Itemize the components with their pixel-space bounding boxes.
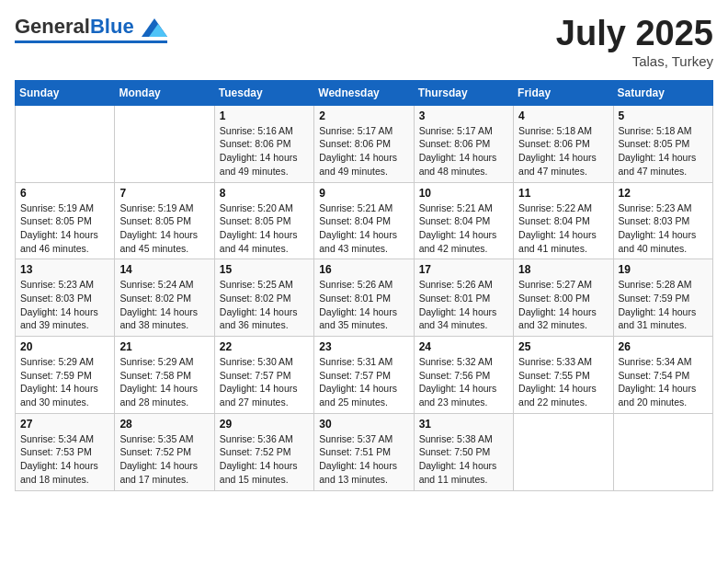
page-header: GeneralBlue July 2025 Talas, Turkey: [15, 15, 713, 69]
calendar-cell: 15Sunrise: 5:25 AM Sunset: 8:02 PM Dayli…: [214, 259, 313, 337]
logo-general: General: [15, 15, 90, 38]
day-info: Sunrise: 5:33 AM Sunset: 7:55 PM Dayligh…: [518, 355, 608, 409]
day-number: 6: [20, 187, 109, 200]
header-row: Sunday Monday Tuesday Wednesday Thursday…: [16, 80, 713, 105]
day-info: Sunrise: 5:23 AM Sunset: 8:03 PM Dayligh…: [20, 278, 109, 332]
calendar-cell: 6Sunrise: 5:19 AM Sunset: 8:05 PM Daylig…: [16, 182, 115, 259]
col-friday: Friday: [514, 80, 613, 105]
col-sunday: Sunday: [16, 80, 115, 105]
calendar-cell: 12Sunrise: 5:23 AM Sunset: 8:03 PM Dayli…: [613, 182, 712, 259]
day-number: 16: [319, 263, 408, 276]
day-info: Sunrise: 5:26 AM Sunset: 8:01 PM Dayligh…: [319, 278, 408, 332]
day-info: Sunrise: 5:30 AM Sunset: 7:57 PM Dayligh…: [220, 355, 309, 409]
day-number: 23: [319, 340, 408, 353]
calendar-cell: [514, 413, 613, 490]
logo-text: GeneralBlue: [15, 15, 167, 39]
day-info: Sunrise: 5:18 AM Sunset: 8:06 PM Dayligh…: [518, 124, 608, 178]
day-info: Sunrise: 5:29 AM Sunset: 7:59 PM Dayligh…: [20, 355, 109, 409]
day-number: 20: [20, 340, 109, 353]
calendar-cell: 25Sunrise: 5:33 AM Sunset: 7:55 PM Dayli…: [514, 337, 613, 414]
day-number: 29: [220, 418, 309, 431]
day-info: Sunrise: 5:16 AM Sunset: 8:06 PM Dayligh…: [220, 124, 309, 178]
calendar-week-4: 20Sunrise: 5:29 AM Sunset: 7:59 PM Dayli…: [16, 337, 713, 414]
day-info: Sunrise: 5:24 AM Sunset: 8:02 PM Dayligh…: [119, 278, 209, 332]
day-number: 2: [319, 109, 408, 122]
day-info: Sunrise: 5:17 AM Sunset: 8:06 PM Dayligh…: [319, 124, 408, 178]
day-number: 9: [319, 187, 408, 200]
day-info: Sunrise: 5:31 AM Sunset: 7:57 PM Dayligh…: [319, 355, 408, 409]
day-number: 19: [619, 263, 708, 276]
day-number: 31: [419, 418, 508, 431]
calendar-cell: 3Sunrise: 5:17 AM Sunset: 8:06 PM Daylig…: [414, 105, 513, 182]
day-info: Sunrise: 5:35 AM Sunset: 7:52 PM Dayligh…: [119, 432, 209, 487]
day-info: Sunrise: 5:27 AM Sunset: 8:00 PM Dayligh…: [518, 278, 608, 332]
calendar-cell: 9Sunrise: 5:21 AM Sunset: 8:04 PM Daylig…: [314, 182, 414, 259]
day-info: Sunrise: 5:19 AM Sunset: 8:05 PM Dayligh…: [119, 201, 209, 256]
day-number: 12: [619, 187, 708, 200]
col-tuesday: Tuesday: [214, 80, 313, 105]
col-wednesday: Wednesday: [314, 80, 414, 105]
location: Talas, Turkey: [556, 53, 713, 69]
day-number: 21: [119, 340, 209, 353]
calendar-cell: 14Sunrise: 5:24 AM Sunset: 8:02 PM Dayli…: [115, 259, 214, 337]
title-block: July 2025 Talas, Turkey: [556, 15, 713, 69]
day-info: Sunrise: 5:22 AM Sunset: 8:04 PM Dayligh…: [518, 201, 608, 256]
calendar-cell: 16Sunrise: 5:26 AM Sunset: 8:01 PM Dayli…: [314, 259, 414, 337]
day-info: Sunrise: 5:28 AM Sunset: 7:59 PM Dayligh…: [619, 278, 708, 332]
logo: GeneralBlue: [15, 15, 167, 43]
month-year: July 2025: [556, 15, 713, 53]
day-info: Sunrise: 5:34 AM Sunset: 7:53 PM Dayligh…: [20, 432, 109, 487]
day-number: 8: [220, 187, 309, 200]
day-number: 18: [518, 263, 608, 276]
calendar-week-3: 13Sunrise: 5:23 AM Sunset: 8:03 PM Dayli…: [16, 259, 713, 337]
calendar-cell: 5Sunrise: 5:18 AM Sunset: 8:05 PM Daylig…: [613, 105, 712, 182]
calendar-cell: 1Sunrise: 5:16 AM Sunset: 8:06 PM Daylig…: [214, 105, 313, 182]
day-number: 24: [419, 340, 508, 353]
day-info: Sunrise: 5:23 AM Sunset: 8:03 PM Dayligh…: [619, 201, 708, 256]
day-number: 14: [119, 263, 209, 276]
day-number: 17: [419, 263, 508, 276]
calendar-cell: 24Sunrise: 5:32 AM Sunset: 7:56 PM Dayli…: [414, 337, 513, 414]
col-monday: Monday: [115, 80, 214, 105]
calendar-table: Sunday Monday Tuesday Wednesday Thursday…: [15, 80, 713, 491]
day-number: 15: [220, 263, 309, 276]
calendar-week-5: 27Sunrise: 5:34 AM Sunset: 7:53 PM Dayli…: [16, 413, 713, 490]
logo-blue: Blue: [90, 15, 134, 38]
day-number: 1: [220, 109, 309, 122]
day-info: Sunrise: 5:18 AM Sunset: 8:05 PM Dayligh…: [619, 124, 708, 178]
calendar-cell: 20Sunrise: 5:29 AM Sunset: 7:59 PM Dayli…: [16, 337, 115, 414]
calendar-cell: [115, 105, 214, 182]
calendar-cell: 17Sunrise: 5:26 AM Sunset: 8:01 PM Dayli…: [414, 259, 513, 337]
calendar-cell: 7Sunrise: 5:19 AM Sunset: 8:05 PM Daylig…: [115, 182, 214, 259]
calendar-cell: 28Sunrise: 5:35 AM Sunset: 7:52 PM Dayli…: [115, 413, 214, 490]
day-info: Sunrise: 5:21 AM Sunset: 8:04 PM Dayligh…: [319, 201, 408, 256]
day-info: Sunrise: 5:36 AM Sunset: 7:52 PM Dayligh…: [220, 432, 309, 487]
day-number: 5: [619, 109, 708, 122]
calendar-cell: 19Sunrise: 5:28 AM Sunset: 7:59 PM Dayli…: [613, 259, 712, 337]
day-number: 11: [518, 187, 608, 200]
day-number: 4: [518, 109, 608, 122]
day-info: Sunrise: 5:17 AM Sunset: 8:06 PM Dayligh…: [419, 124, 508, 178]
day-info: Sunrise: 5:19 AM Sunset: 8:05 PM Dayligh…: [20, 201, 109, 256]
col-saturday: Saturday: [613, 80, 712, 105]
day-number: 30: [319, 418, 408, 431]
calendar-cell: 22Sunrise: 5:30 AM Sunset: 7:57 PM Dayli…: [214, 337, 313, 414]
day-info: Sunrise: 5:38 AM Sunset: 7:50 PM Dayligh…: [419, 432, 508, 487]
calendar-cell: 29Sunrise: 5:36 AM Sunset: 7:52 PM Dayli…: [214, 413, 313, 490]
logo-underline: [15, 40, 167, 43]
day-number: 13: [20, 263, 109, 276]
calendar-cell: 18Sunrise: 5:27 AM Sunset: 8:00 PM Dayli…: [514, 259, 613, 337]
calendar-cell: 13Sunrise: 5:23 AM Sunset: 8:03 PM Dayli…: [16, 259, 115, 337]
calendar-cell: 31Sunrise: 5:38 AM Sunset: 7:50 PM Dayli…: [414, 413, 513, 490]
calendar-cell: [613, 413, 712, 490]
day-number: 7: [119, 187, 209, 200]
day-number: 3: [419, 109, 508, 122]
col-thursday: Thursday: [414, 80, 513, 105]
day-info: Sunrise: 5:37 AM Sunset: 7:51 PM Dayligh…: [319, 432, 408, 487]
day-info: Sunrise: 5:20 AM Sunset: 8:05 PM Dayligh…: [220, 201, 309, 256]
calendar-cell: 26Sunrise: 5:34 AM Sunset: 7:54 PM Dayli…: [613, 337, 712, 414]
day-number: 27: [20, 418, 109, 431]
day-number: 25: [518, 340, 608, 353]
calendar-cell: 30Sunrise: 5:37 AM Sunset: 7:51 PM Dayli…: [314, 413, 414, 490]
calendar-cell: 4Sunrise: 5:18 AM Sunset: 8:06 PM Daylig…: [514, 105, 613, 182]
